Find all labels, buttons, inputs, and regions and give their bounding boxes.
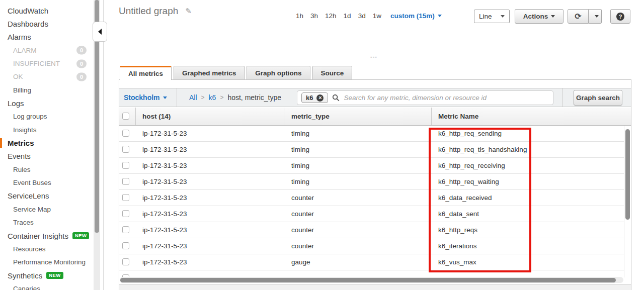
collapse-sidebar-button[interactable] [93,22,107,42]
tab-source[interactable]: Source [312,66,353,79]
sidebar-item-service-map[interactable]: Service Map [0,203,103,216]
column-header-host[interactable]: host (14) [142,108,171,125]
sidebar-item-rules[interactable]: Rules [0,163,103,176]
sidebar-item-ok[interactable]: OK0 [0,70,103,83]
row-checkbox[interactable] [122,258,129,265]
chevron-down-icon [438,15,442,17]
metrics-tabs: All metrics Graphed metrics Graph option… [120,66,354,80]
sidebar-item-billing[interactable]: Billing [0,83,103,96]
column-divider [431,108,432,125]
sidebar-item-events[interactable]: Events [0,150,103,163]
sidebar-item-event-buses[interactable]: Event Buses [0,176,103,189]
sidebar: CloudWatch Dashboards Alarms ALARM0 INSU… [0,0,104,290]
column-divider [284,108,284,125]
edit-title-icon[interactable]: ✎ [185,7,192,16]
table-header: host (14) metric_type Metric Name [119,108,631,126]
breadcrumb-k6[interactable]: k6 [209,93,216,102]
row-checkbox[interactable] [122,242,129,249]
new-badge: NEW [46,272,63,279]
sidebar-item-servicelens[interactable]: ServiceLens [0,189,103,203]
sidebar-item-cloudwatch[interactable]: CloudWatch [0,4,103,17]
row-checkbox[interactable] [122,178,129,185]
sidebar-item-metrics[interactable]: Metrics [0,136,103,149]
graph-panel-resize-handle[interactable]: --- [364,53,384,59]
sidebar-item-container-insights[interactable]: Container InsightsNEW [0,229,103,242]
refresh-button-group: ⟳ [568,9,602,24]
breadcrumb-all[interactable]: All [189,93,197,102]
sidebar-scrollbar-track [94,0,100,290]
all-metrics-panel: Stockholm All > k6 > host, metric_type k… [119,79,631,290]
row-checkbox[interactable] [122,162,129,169]
time-range-3h[interactable]: 3h [310,12,318,20]
column-divider [135,108,136,125]
sidebar-item-performance-monitoring[interactable]: Performance Monitoring [0,256,103,269]
chevron-down-icon [595,15,599,18]
sidebar-item-resources[interactable]: Resources [0,242,103,255]
table-row[interactable]: ip-172-31-5-23 gauge k6_vus_max [119,254,624,270]
tab-graph-options[interactable]: Graph options [247,66,310,79]
table-vertical-scrollbar-thumb[interactable] [625,129,630,220]
sidebar-item-log-groups[interactable]: Log groups [0,110,103,123]
row-checkbox[interactable] [122,146,129,153]
time-range-3d[interactable]: 3d [358,12,366,20]
time-range-1w[interactable]: 1w [373,12,381,20]
breadcrumb-separator: > [201,94,205,101]
table-row[interactable]: ip-172-31-5-23 counter k6_data_received [119,190,624,206]
search-filter-tag: k6 × [301,92,328,103]
panel-footer [119,284,631,290]
sidebar-item-insights[interactable]: Insights [0,123,103,136]
row-checkbox[interactable] [122,226,129,233]
divider [177,88,177,107]
chevron-down-icon [551,15,555,18]
sidebar-item-synthetics[interactable]: SyntheticsNEW [0,269,103,282]
page-title: Untitled graph ✎ [119,6,192,17]
table-horizontal-scrollbar-thumb[interactable] [120,278,616,282]
sidebar-item-dashboards[interactable]: Dashboards [0,17,103,30]
divider [562,88,563,107]
table-row[interactable]: ip-172-31-5-23 counter k6_iterations [119,238,624,254]
metric-search-box[interactable]: k6 × [297,90,553,105]
table-row[interactable]: ip-172-31-5-23 timing k6_http_req_tls_ha… [119,142,624,158]
region-dropdown[interactable]: Stockholm [124,88,167,107]
tab-all-metrics[interactable]: All metrics [120,66,172,80]
column-header-metric-type[interactable]: metric_type [291,108,330,125]
sidebar-item-alarms[interactable]: Alarms [0,31,103,44]
metric-search-input[interactable] [344,94,549,102]
breadcrumb-current: host, metric_type [227,93,281,102]
refresh-options-button[interactable] [589,9,602,24]
graph-type-select[interactable]: Line [474,10,510,23]
actions-button[interactable]: Actions [515,9,564,24]
table-row[interactable]: ip-172-31-5-23 counter k6_data_sent [119,206,624,222]
sidebar-item-insufficient[interactable]: INSUFFICIENT0 [0,57,103,70]
tab-graphed-metrics[interactable]: Graphed metrics [174,66,245,79]
breadcrumb: All > k6 > host, metric_type [189,88,281,107]
time-range-1d[interactable]: 1d [344,12,351,20]
row-checkbox[interactable] [122,194,129,201]
time-range-1h[interactable]: 1h [296,12,303,20]
row-checkbox[interactable] [122,130,129,137]
search-icon [332,94,340,102]
help-button[interactable]: ? [610,9,630,24]
select-all-checkbox[interactable] [122,113,129,120]
sidebar-item-canaries[interactable]: Canaries [0,282,103,290]
remove-tag-icon[interactable]: × [316,94,324,102]
graph-search-button[interactable]: Graph search [574,90,622,106]
refresh-button[interactable]: ⟳ [568,9,589,24]
refresh-icon: ⟳ [575,13,581,21]
cloudwatch-metrics-screen: CloudWatch Dashboards Alarms ALARM0 INSU… [0,0,644,290]
sidebar-item-logs[interactable]: Logs [0,96,103,110]
time-range-12h[interactable]: 12h [325,12,337,20]
chevron-down-icon [501,15,505,18]
ok-count-badge: 0 [76,72,87,81]
table-row[interactable]: ip-172-31-5-23 counter k6_http_reqs [119,222,624,238]
sidebar-item-alarm[interactable]: ALARM0 [0,44,103,57]
sidebar-item-traces[interactable]: Traces [0,216,103,229]
column-header-metric-name[interactable]: Metric Name [438,108,478,125]
metrics-table-body: ip-172-31-5-23 timing k6_http_req_sendin… [119,126,624,282]
table-row[interactable]: ip-172-31-5-23 timing k6_http_req_receiv… [119,158,624,174]
table-row[interactable]: ip-172-31-5-23 timing k6_http_req_sendin… [119,126,624,142]
insufficient-count-badge: 0 [76,59,87,68]
custom-time-range-dropdown[interactable]: custom (15m) [390,12,442,20]
row-checkbox[interactable] [122,210,129,217]
table-row[interactable]: ip-172-31-5-23 timing k6_http_req_waitin… [119,174,624,190]
